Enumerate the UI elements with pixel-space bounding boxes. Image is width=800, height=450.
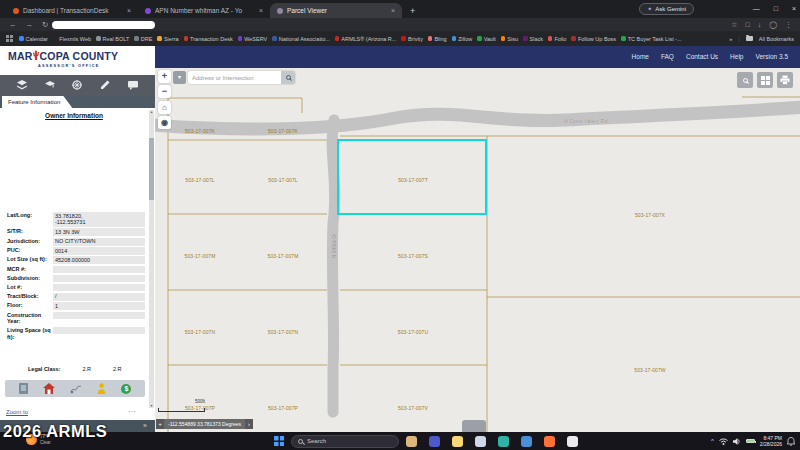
close-button[interactable]: × — [792, 5, 796, 12]
basemap-button[interactable] — [757, 72, 773, 88]
bookmark-item[interactable]: Sierra — [157, 36, 178, 42]
side-panel-icon[interactable]: □ — [745, 21, 749, 28]
speaker-icon[interactable] — [733, 438, 741, 445]
print-button[interactable] — [777, 72, 793, 88]
draw-pencil-icon[interactable] — [99, 77, 111, 95]
map-canvas[interactable]: 503-17-007K503-17-007K503-17-007L503-17-… — [155, 68, 800, 432]
bookmark-item[interactable]: Brivity — [401, 36, 422, 42]
parcel-apn-label[interactable]: 503-17-007V — [398, 405, 428, 411]
bookmark-item[interactable]: Sisu — [501, 36, 518, 42]
bookmark-item[interactable]: Zillow — [452, 36, 473, 42]
tab-close-icon[interactable]: × — [391, 7, 395, 14]
browser-tab[interactable]: Dashboard | TransactionDesk × — [6, 3, 138, 18]
scroll-down-icon[interactable]: ▾ — [149, 404, 154, 408]
parcel-apn-label[interactable]: 503-17-007P — [268, 405, 298, 411]
maricopa-logo[interactable]: MAR COPA COUNTY ASSESSOR'S OFFICE — [0, 46, 155, 75]
coordinate-next-button[interactable]: › — [245, 419, 253, 429]
compass-icon[interactable] — [71, 77, 83, 95]
bookmark-item[interactable]: National Associatio... — [272, 36, 330, 42]
taskbar-app-icon[interactable] — [544, 436, 555, 447]
home-icon[interactable] — [43, 380, 55, 398]
parcel-apn-label[interactable]: 503-17-007K — [268, 128, 298, 134]
attribution-toggle[interactable] — [462, 420, 486, 432]
back-icon[interactable]: ← — [9, 20, 17, 29]
start-button[interactable] — [274, 436, 284, 446]
search-type-dropdown[interactable]: ▾ — [173, 71, 186, 84]
parcel-apn-label[interactable]: 503-17-007M — [268, 253, 299, 259]
parcel-apn-label[interactable]: 503-17-007N — [268, 329, 298, 335]
bookmark-star-icon[interactable]: ☆ — [731, 21, 737, 29]
taskbar-app-icon[interactable] — [452, 436, 463, 447]
panel-collapse-icon[interactable]: » — [143, 422, 147, 429]
ask-gemini-button[interactable]: ✦ Ask Gemini — [639, 3, 694, 15]
apps-grid-icon[interactable] — [6, 35, 13, 42]
maximize-button[interactable]: □ — [774, 5, 778, 12]
coordinate-mode-button[interactable]: + — [156, 419, 164, 429]
download-icon[interactable]: ↓ — [758, 21, 762, 28]
browser-tab[interactable]: APN Number whitman AZ - Yo × — [138, 3, 270, 18]
header-link[interactable]: Help — [730, 53, 743, 60]
taskbar-search[interactable]: Search — [291, 435, 399, 448]
bookmarks-overflow-icon[interactable]: » — [729, 36, 732, 42]
tray-chevron-up-icon[interactable]: ^ — [711, 438, 714, 444]
parcel-apn-label[interactable]: 503-17-007L — [185, 177, 214, 183]
tab-close-icon[interactable]: × — [259, 7, 263, 14]
bookmark-item[interactable]: Transaction Desk — [184, 36, 233, 42]
taskbar-app-icon[interactable] — [521, 436, 532, 447]
parcel-apn-label[interactable]: 503-17-007L — [268, 177, 297, 183]
person-icon[interactable] — [97, 380, 106, 398]
zoom-to-link[interactable]: Zoom to — [6, 409, 28, 415]
parcel-apn-label[interactable]: 503-17-007U — [398, 329, 428, 335]
header-link[interactable]: FAQ — [661, 53, 674, 60]
taskbar-app-icon[interactable] — [475, 436, 486, 447]
tab-close-icon[interactable]: × — [127, 7, 131, 14]
zoom-in-button[interactable]: + — [158, 70, 171, 83]
bookmark-item[interactable]: DRE — [134, 36, 152, 42]
panel-scrollbar[interactable]: ▴ ▾ — [149, 110, 154, 408]
address-bar[interactable] — [52, 21, 155, 30]
new-tab-button[interactable]: + — [410, 6, 415, 16]
parcel-apn-label[interactable]: 503-17-007T — [398, 177, 428, 183]
bookmark-item[interactable]: Calendar — [19, 36, 48, 42]
taskbar-app-icon[interactable] — [406, 436, 417, 447]
bookmark-item[interactable]: Flexmls Web — [53, 36, 91, 42]
sketch-icon[interactable] — [70, 380, 82, 398]
bookmark-item[interactable]: ARMLS® (Arizona R... — [335, 36, 397, 42]
parcel-apn-label[interactable]: 503-17-007M — [185, 253, 216, 259]
notification-bell-icon[interactable] — [787, 437, 795, 446]
results-search-button[interactable] — [737, 72, 753, 88]
bookmark-item[interactable]: Slack — [523, 36, 543, 42]
parcel-apn-label[interactable]: 503-17-007N — [185, 329, 215, 335]
scroll-up-icon[interactable]: ▴ — [149, 110, 154, 114]
scrollbar-thumb[interactable] — [149, 138, 154, 200]
bookmark-item[interactable]: WeSERV — [238, 36, 268, 42]
wifi-icon[interactable] — [719, 438, 728, 445]
header-link[interactable]: Home — [632, 53, 649, 60]
all-bookmarks-label[interactable]: All Bookmarks — [759, 36, 794, 42]
parcel-apn-label[interactable]: 503-17-007W — [634, 367, 665, 373]
taskbar-app-icon[interactable] — [429, 436, 440, 447]
clock[interactable]: 8:47 PM 2/28/2026 — [760, 435, 782, 447]
taskbar-app-icon[interactable] — [567, 436, 578, 447]
more-options-button[interactable]: ... — [128, 406, 137, 413]
notepad-icon[interactable] — [19, 380, 28, 398]
locate-button[interactable]: ◉ — [158, 116, 171, 129]
profile-icon[interactable]: ◯ — [769, 21, 777, 29]
battery-icon[interactable] — [746, 439, 755, 444]
feedback-comment-icon[interactable] — [127, 77, 139, 95]
bookmark-item[interactable]: Follow Up Boss — [571, 36, 616, 42]
map-search-button[interactable] — [281, 71, 295, 84]
map-search-box[interactable]: Address or Intersection — [188, 71, 295, 84]
bookmark-item[interactable]: Bling — [428, 36, 447, 42]
zoom-out-button[interactable]: − — [158, 85, 171, 98]
taskbar-app-icon[interactable] — [498, 436, 509, 447]
feature-information-tab[interactable]: Feature Information — [2, 96, 72, 108]
bookmark-item[interactable]: Vault — [477, 36, 496, 42]
layers-icon[interactable] — [16, 77, 28, 95]
bookmark-item[interactable]: TC Buyer Task List -... — [621, 36, 682, 42]
selection-tools-icon[interactable] — [44, 77, 56, 95]
parcel-apn-label[interactable]: 503-17-007K — [185, 128, 215, 134]
browser-tab[interactable]: Parcel Viewer × — [270, 3, 402, 18]
header-link[interactable]: Contact Us — [686, 53, 718, 60]
home-extent-button[interactable]: ⌂ — [158, 101, 171, 114]
